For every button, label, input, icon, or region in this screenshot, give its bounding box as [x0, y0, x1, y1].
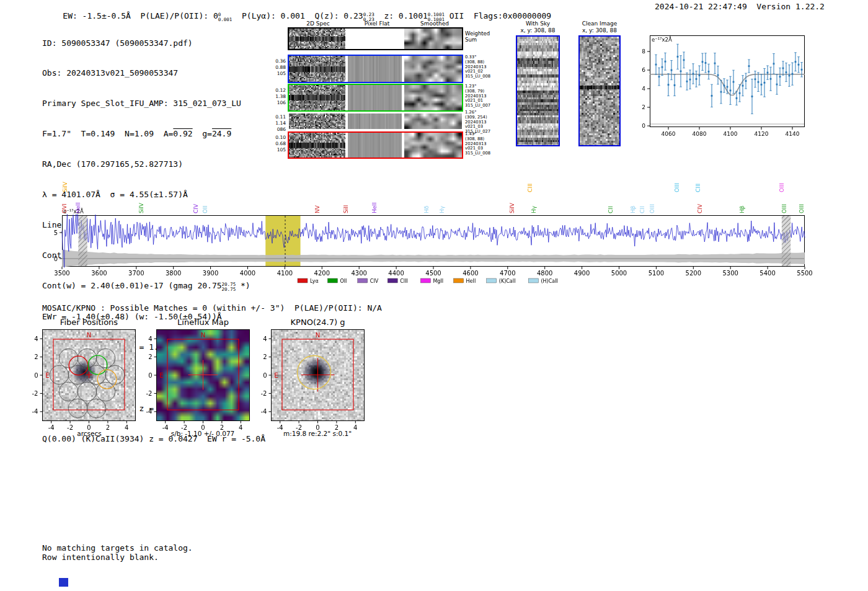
legend-label: Lyα: [310, 278, 319, 284]
fiber-positions-xlabel: arcsecs: [27, 430, 151, 437]
legend-swatch: [358, 278, 368, 283]
with-sky-image: [517, 37, 559, 145]
row2-left-labels: 0.121.38106: [267, 87, 286, 106]
row2-right-labels: 1.23"(308, 79)20240313v021_01315_LU_007: [465, 84, 501, 109]
weighted-smoothed-image: [404, 29, 462, 49]
emission-line-label: SiII: [343, 205, 349, 213]
svg-text:4080: 4080: [693, 131, 707, 137]
spec2d-row-1: [288, 55, 463, 83]
svg-text:4100: 4100: [724, 131, 738, 137]
svg-text:6: 6: [642, 67, 645, 73]
fiber4-pixelflat-image: [348, 133, 402, 158]
weighted-right-label: WeightedSum: [465, 31, 501, 43]
kpno-image: [272, 330, 364, 420]
svg-text:4400: 4400: [388, 270, 404, 277]
clean-image-coords: x, y: 308, 88: [577, 27, 622, 33]
line-fit-plot-box: [650, 35, 805, 127]
legend-label: (K)CaII: [499, 278, 516, 284]
emission-line-label: SiIV: [509, 202, 515, 213]
svg-text:-2: -2: [32, 390, 38, 397]
kpno-xlabel: m:19.8 re:2.2" s:0.1": [255, 430, 379, 437]
legend-swatch: [487, 278, 497, 283]
legend-swatch: [528, 278, 538, 283]
svg-text:4: 4: [34, 335, 38, 342]
info-lambda: λ = 4101.07Å σ = 4.55(±1.57)Å: [42, 190, 265, 200]
weighted-pixelflat-blank: [348, 29, 402, 49]
svg-text:4500: 4500: [425, 270, 441, 277]
clean-image-box: [578, 35, 621, 146]
mosaic-header: MOSAIC/KPNO : Possible Matches = 0 (with…: [42, 303, 382, 313]
svg-text:2: 2: [34, 353, 38, 360]
col-header-2dspec: 2D Spec: [290, 20, 346, 27]
svg-text:4300: 4300: [351, 270, 366, 277]
footer-note-2: Row intentionally blank.: [42, 553, 159, 562]
svg-text:4: 4: [642, 86, 645, 92]
svg-text:4700: 4700: [500, 270, 515, 277]
svg-text:0: 0: [642, 123, 645, 129]
footer-note-1: No matching targets in catalog.: [42, 543, 193, 553]
header-flags: OII Flags:0x00000009: [445, 11, 551, 20]
svg-text:5500: 5500: [797, 270, 812, 277]
legend-label: CIII: [400, 278, 408, 284]
svg-text:4100: 4100: [277, 270, 293, 277]
emission-line-label: CII: [608, 206, 614, 213]
legend-swatch: [388, 278, 397, 283]
spec2d-row-4: [288, 131, 463, 159]
svg-text:-4: -4: [32, 408, 38, 415]
spec2d-row-2: [288, 84, 463, 112]
emission-line-label: OIII: [649, 204, 655, 213]
emission-line-label: OIII: [779, 183, 785, 192]
spectrum-plot-box: [62, 215, 805, 267]
svg-text:4900: 4900: [574, 270, 590, 277]
timestamp-version: 2024-10-21 22:47:49 Version 1.22.2: [655, 2, 825, 11]
emission-line-label: Hβ: [739, 205, 745, 213]
emission-line-label: NV: [314, 205, 321, 213]
emission-line-label: OIII: [781, 204, 787, 213]
info-contw: Cont(w) = 2.40(±0.01)e-17 (gmag 20.7520.…: [42, 281, 265, 292]
weighted-2dspec-image: [289, 29, 345, 49]
legend-label: MgII: [433, 278, 443, 284]
emission-line-label: Hγ: [531, 205, 537, 213]
emission-line-label: Hγ: [439, 205, 445, 213]
emission-line-label: CII: [639, 206, 645, 213]
row1-right-labels: 0.33"(308, 88)20240313v021_02315_LU_008: [465, 55, 501, 79]
legend-label: CIV: [370, 278, 379, 284]
header-z: z: 0.1001: [374, 11, 428, 20]
footer-color-marker: [59, 578, 68, 587]
emission-line-label: OIII: [799, 204, 805, 213]
svg-text:4140: 4140: [786, 131, 800, 137]
lineflux-map-xlabel: s/b: -1.10 +/- 0.077: [141, 430, 265, 437]
legend-swatch: [298, 278, 308, 283]
emission-line-label: OIII: [674, 183, 680, 192]
svg-text:4120: 4120: [755, 131, 769, 137]
svg-text:2: 2: [642, 104, 645, 110]
fiber4-smoothed-image: [404, 133, 462, 158]
row4-left-labels: 0.100.68105: [267, 135, 286, 153]
info-primary: Primary Spec_Slot_IFU_AMP: 315_021_073_L…: [42, 99, 265, 109]
fiber1-smoothed-image: [404, 56, 462, 82]
emission-line-label: Hδ: [423, 205, 430, 213]
row3-left-labels: 0.111.14086: [267, 114, 286, 133]
fiber3-2dspec-image: [289, 113, 345, 129]
svg-text:4600: 4600: [463, 270, 478, 277]
fiber2-smoothed-image: [404, 85, 462, 110]
fiber2-pixelflat-image: [348, 85, 402, 110]
spec2d-row-3: [288, 112, 463, 130]
legend-label: OII: [340, 278, 347, 284]
clean-image: [580, 37, 619, 145]
lineflux-map-title: Lineflux Map: [156, 318, 250, 327]
lineflux-map-box: [156, 329, 250, 421]
svg-text:5200: 5200: [686, 270, 701, 277]
emission-line-label: HeII: [371, 202, 378, 213]
kpno-box: [271, 329, 365, 421]
row1-left-labels: 0.360.88105: [267, 58, 286, 77]
svg-text:5100: 5100: [649, 270, 664, 277]
info-id: ID: 5090053347 (5090053347.pdf): [42, 38, 265, 48]
fiber2-2dspec-image: [289, 85, 345, 110]
lineflux-map-image: [157, 330, 249, 420]
fiber3-smoothed-image: [404, 113, 462, 129]
fiber-positions-title: Fiber Positions: [42, 318, 136, 327]
svg-text:4200: 4200: [314, 270, 330, 277]
legend-label: HeII: [466, 278, 476, 284]
fiber1-2dspec-image: [289, 56, 345, 82]
